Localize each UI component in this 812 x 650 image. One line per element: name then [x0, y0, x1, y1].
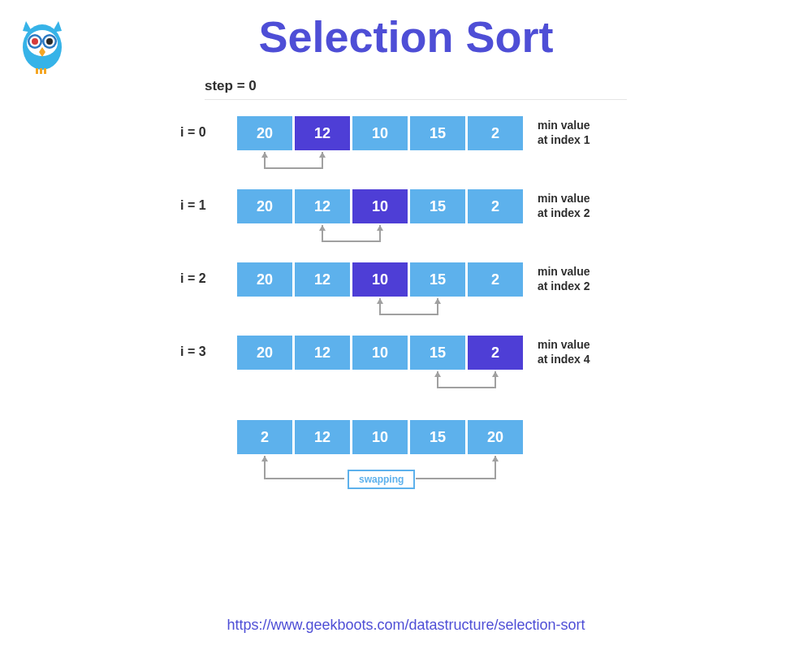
min-value-note: min value at index 1 — [538, 119, 590, 147]
svg-rect-8 — [36, 68, 38, 74]
iteration-row: i = 1201210152min value at index 2 — [180, 189, 812, 223]
array-cell: 15 — [410, 336, 465, 370]
array-cell: 12 — [295, 336, 350, 370]
page-title: Selection Sort — [0, 0, 812, 62]
divider — [205, 99, 627, 100]
comparison-arrow — [237, 150, 529, 176]
array-cell: 10 — [352, 420, 408, 454]
min-value-note: min value at index 2 — [538, 192, 590, 220]
iteration-label: i = 1 — [180, 198, 224, 213]
array-cell: 12 — [295, 262, 350, 297]
array-cell: 10 — [352, 336, 408, 370]
array-cell: 20 — [237, 189, 292, 223]
array-cell: 15 — [410, 420, 465, 454]
array-cell: 10 — [352, 262, 408, 297]
iteration-row: i = 3201210152min value at index 4 — [180, 336, 812, 370]
array-cell: 12 — [295, 116, 350, 150]
min-value-note: min value at index 2 — [538, 265, 590, 293]
array-cell: 20 — [237, 116, 292, 150]
owl-logo-icon — [16, 15, 68, 80]
array-cell: 2 — [468, 336, 523, 370]
array-cell: 10 — [352, 189, 408, 223]
iteration-row: i = 0201210152min value at index 1 — [180, 116, 812, 150]
iteration-label: i = 3 — [180, 344, 224, 359]
iteration-label: i = 0 — [180, 125, 224, 140]
array-cell: 20 — [237, 336, 292, 370]
comparison-arrow — [237, 223, 529, 249]
array-cell: 12 — [295, 189, 350, 223]
iteration-row: i = 2201210152min value at index 2 — [180, 262, 812, 297]
array-cell: 2 — [237, 420, 292, 454]
array-cell: 12 — [295, 420, 350, 454]
step-label: step = 0 — [205, 78, 812, 94]
array-cell: 2 — [468, 189, 523, 223]
array-cell: 15 — [410, 262, 465, 297]
array-cell: 20 — [237, 262, 292, 297]
comparison-arrow — [237, 370, 529, 396]
comparison-arrow — [237, 297, 529, 323]
array-cell: 2 — [468, 262, 523, 297]
array-cell: 20 — [468, 420, 523, 454]
array-cell: 10 — [352, 116, 408, 150]
iteration-label: i = 2 — [180, 271, 224, 286]
svg-rect-9 — [40, 68, 42, 74]
min-value-note: min value at index 4 — [538, 338, 590, 366]
array-cell: 15 — [410, 189, 465, 223]
final-row: 212101520 swapping — [180, 420, 812, 454]
svg-point-7 — [46, 38, 53, 45]
svg-point-6 — [32, 38, 38, 45]
svg-rect-10 — [44, 68, 46, 74]
array-cell: 2 — [468, 116, 523, 150]
swapping-label: swapping — [348, 470, 415, 489]
source-url: https://www.geekboots.com/datastructure/… — [0, 617, 812, 634]
array-cell: 15 — [410, 116, 465, 150]
